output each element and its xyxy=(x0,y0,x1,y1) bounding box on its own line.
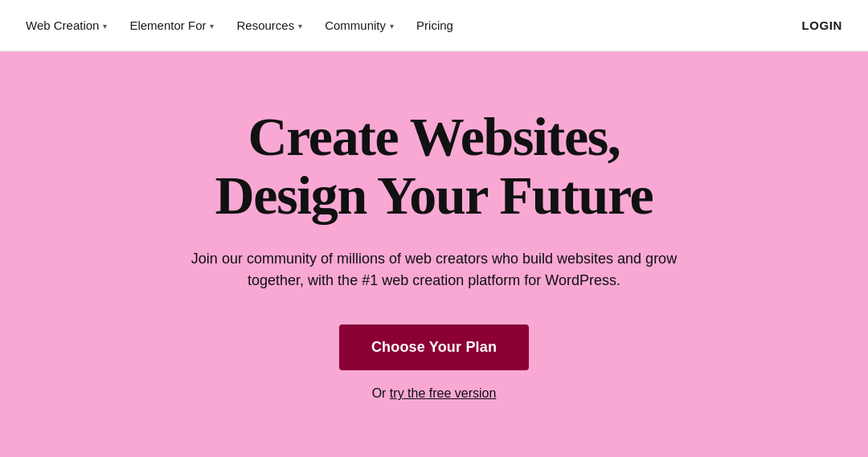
hero-title: Create Websites, Design Your Future xyxy=(215,108,653,226)
free-version-line: Or try the free version xyxy=(372,386,497,401)
free-version-link[interactable]: try the free version xyxy=(390,386,497,400)
nav-item-community[interactable]: Community ▾ xyxy=(325,18,394,32)
nav-item-elementor-for[interactable]: Elementor For ▾ xyxy=(129,18,214,32)
navbar: Web Creation ▾ Elementor For ▾ Resources… xyxy=(0,0,868,51)
nav-label-pricing: Pricing xyxy=(416,18,453,32)
hero-title-line2: Design Your Future xyxy=(215,165,653,226)
chevron-down-icon: ▾ xyxy=(103,22,107,31)
nav-left: Web Creation ▾ Elementor For ▾ Resources… xyxy=(26,18,453,32)
nav-item-pricing[interactable]: Pricing xyxy=(416,18,453,32)
chevron-down-icon: ▾ xyxy=(390,22,394,31)
hero-title-line1: Create Websites, xyxy=(248,106,620,167)
hero-section: Create Websites, Design Your Future Join… xyxy=(0,51,868,457)
hero-subtitle: Join our community of millions of web cr… xyxy=(185,248,683,293)
choose-plan-button[interactable]: Choose Your Plan xyxy=(339,324,529,370)
nav-item-web-creation[interactable]: Web Creation ▾ xyxy=(26,18,107,32)
nav-label-elementor-for: Elementor For xyxy=(129,18,206,32)
login-button[interactable]: LOGIN xyxy=(802,18,843,32)
chevron-down-icon: ▾ xyxy=(298,22,302,31)
nav-item-resources[interactable]: Resources ▾ xyxy=(236,18,302,32)
chevron-down-icon: ▾ xyxy=(210,22,214,31)
nav-label-web-creation: Web Creation xyxy=(26,18,99,32)
nav-label-community: Community xyxy=(325,18,386,32)
free-version-prefix: Or xyxy=(372,386,390,400)
nav-label-resources: Resources xyxy=(236,18,294,32)
